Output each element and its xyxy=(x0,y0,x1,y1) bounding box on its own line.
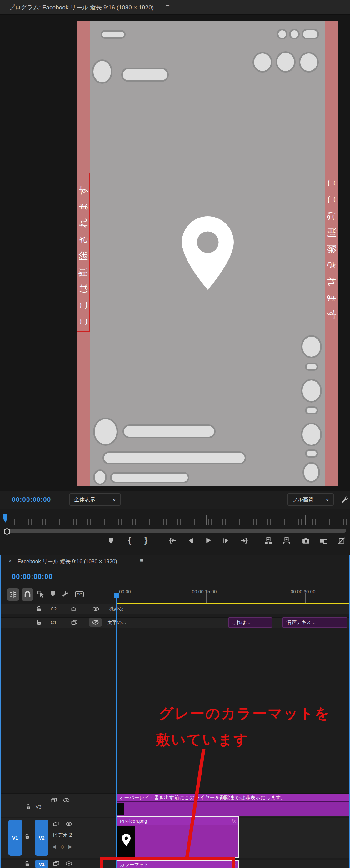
program-scrollbar[interactable] xyxy=(4,529,346,533)
timeline-add-marker-button[interactable] xyxy=(51,591,55,597)
pin-icon-clip[interactable]: PIN-icon.png fx xyxy=(117,816,240,858)
keyframe-next-icon[interactable]: ▶ xyxy=(68,844,76,849)
program-timecode[interactable]: 00:00:00:00 xyxy=(12,496,51,503)
mock-dot xyxy=(93,469,107,485)
track-v3-lock-toggle[interactable] xyxy=(26,804,31,810)
lock-open-icon xyxy=(25,861,30,867)
track-v3-name[interactable]: V3 xyxy=(36,804,41,810)
track-v2-visibility-toggle[interactable] xyxy=(66,822,72,826)
program-panel-title: プログラム: Facebook リール 縦長 9:16 (1080 × 1920… xyxy=(9,3,154,11)
step-back-button[interactable] xyxy=(186,536,196,546)
track-v3-output-toggle[interactable] xyxy=(51,798,57,803)
track-c1-visibility-toggle[interactable] xyxy=(89,618,102,627)
keyframe-navigator[interactable]: ◀◇▶ xyxy=(53,844,76,849)
mock-pill xyxy=(305,363,318,371)
export-frame-camera-button[interactable] xyxy=(300,536,311,546)
track-c1-label[interactable]: 太字の… xyxy=(107,620,126,625)
track-c2-name[interactable]: C2 xyxy=(51,606,57,611)
mock-circle xyxy=(276,51,296,72)
go-to-out-button[interactable] xyxy=(239,536,249,546)
step-forward-button[interactable] xyxy=(221,536,231,546)
caption-clip[interactable]: これは… xyxy=(228,617,272,628)
track-c2-lock-toggle[interactable] xyxy=(37,606,41,612)
clip-title-bar: PIN-icon.png fx xyxy=(118,817,238,825)
track-c1-output-toggle[interactable] xyxy=(71,620,77,625)
lock-open-icon xyxy=(37,619,41,625)
track-v2-label[interactable]: ビデオ 2 xyxy=(53,832,72,839)
track-v2-output-toggle[interactable] xyxy=(53,822,59,827)
timeline-ruler[interactable] xyxy=(117,596,350,602)
timeline-settings-button[interactable] xyxy=(62,590,69,597)
clip-title-bar: オーバーレイ - 書き出す前にこのレイヤーを削除または非表示にします。 xyxy=(117,794,350,802)
playback-quality-select[interactable]: フル画質 ∨ xyxy=(287,493,334,506)
go-to-in-button[interactable] xyxy=(167,536,178,546)
insert-nest-toggle-button[interactable] xyxy=(7,588,19,601)
comparison-view-button[interactable] xyxy=(318,536,329,546)
linked-selection-button[interactable] xyxy=(37,590,45,598)
timeline-timecode[interactable]: 00:00:00:00 xyxy=(12,572,53,581)
track-c1-name[interactable]: C1 xyxy=(51,620,57,625)
pin-clip-label: PIN-icon.png xyxy=(120,818,147,824)
mock-pill xyxy=(101,30,126,39)
overlay-warning-clip[interactable]: オーバーレイ - 書き出す前にこのレイヤーを削除または非表示にします。 xyxy=(117,794,350,816)
lift-button[interactable] xyxy=(263,536,274,546)
marker-icon xyxy=(51,591,55,597)
play-button[interactable] xyxy=(203,535,214,546)
mock-circle xyxy=(301,423,322,446)
multicamera-toggle-button[interactable] xyxy=(336,536,347,546)
track-v1-lock-toggle[interactable] xyxy=(25,861,30,867)
mock-pill xyxy=(305,450,318,458)
caption-clip[interactable]: "音声テキス… xyxy=(282,617,348,628)
timeline-panel-menu-icon[interactable]: ≡ xyxy=(140,558,144,563)
program-ruler-ticks[interactable] xyxy=(3,519,347,525)
mock-avatar xyxy=(92,59,113,84)
track-c2-label[interactable]: 微妙な… xyxy=(109,606,128,612)
program-panel-menu-icon[interactable]: ≡ xyxy=(166,3,170,10)
timeline-title[interactable]: Facebook リール 縦長 9:16 (1080 × 1920) xyxy=(18,558,117,565)
track-v2-target-badge[interactable]: V2 xyxy=(35,819,49,856)
mock-dot xyxy=(289,29,300,39)
eye-icon xyxy=(63,798,70,802)
mark-in-glyph: { xyxy=(128,536,132,545)
zoom-level-select[interactable]: 全体表示 ∨ xyxy=(69,493,121,506)
clip-thumbnail xyxy=(117,803,124,815)
ruler-major-tick xyxy=(206,515,207,525)
track-v1-output-toggle[interactable] xyxy=(53,861,59,866)
keyframe-add-icon[interactable]: ◇ xyxy=(61,844,69,849)
extract-button[interactable] xyxy=(281,536,292,546)
program-scrollbar-knob[interactable] xyxy=(4,528,10,535)
mark-in-button[interactable]: { xyxy=(124,535,135,545)
track-v2-lock-toggle[interactable] xyxy=(25,833,30,839)
track-output-icon xyxy=(71,607,77,612)
captions-track-toggle-button[interactable]: CC xyxy=(75,591,84,597)
overlay-clip-label: オーバーレイ - 書き出す前にこのレイヤーを削除または非表示にします。 xyxy=(119,795,286,801)
settings-wrench-icon[interactable] xyxy=(341,496,349,503)
eye-icon xyxy=(93,607,99,611)
track-c1-lock-toggle[interactable] xyxy=(37,619,41,625)
linked-selection-icon xyxy=(37,590,45,598)
track-v1-visibility-toggle[interactable] xyxy=(66,862,72,866)
ruler-label: :00:00 xyxy=(118,589,131,594)
timeline-playhead-head[interactable] xyxy=(115,593,119,598)
add-marker-button[interactable] xyxy=(106,536,116,546)
map-pin-icon xyxy=(182,216,234,290)
track-v3-visibility-toggle[interactable] xyxy=(63,798,70,802)
ruler-major-tick xyxy=(108,515,108,525)
ruler-major-tick xyxy=(206,593,207,602)
mock-dot xyxy=(277,29,287,39)
ruler-label: 00:00:15:00 xyxy=(192,589,217,594)
track-v1-target-badge[interactable]: V1 xyxy=(35,860,49,868)
track-c2-output-toggle[interactable] xyxy=(71,607,77,612)
color-matte-clip[interactable]: カラーマット fx xyxy=(117,860,240,868)
snap-toggle-button[interactable] xyxy=(22,588,33,601)
source-patch-v1-badge[interactable]: V1 xyxy=(8,819,22,856)
clip-thumbnail xyxy=(118,826,135,857)
caption-clip-label: これは… xyxy=(231,620,251,625)
caption-clip-label: "音声テキス… xyxy=(286,620,316,625)
keyframe-prev-icon[interactable]: ◀ xyxy=(53,844,61,849)
lock-open-icon xyxy=(37,606,41,612)
timeline-close-icon[interactable]: × xyxy=(9,558,11,564)
quality-value: フル画質 xyxy=(292,496,314,503)
mark-out-button[interactable]: } xyxy=(140,535,151,545)
track-c2-visibility-toggle[interactable] xyxy=(93,607,99,611)
